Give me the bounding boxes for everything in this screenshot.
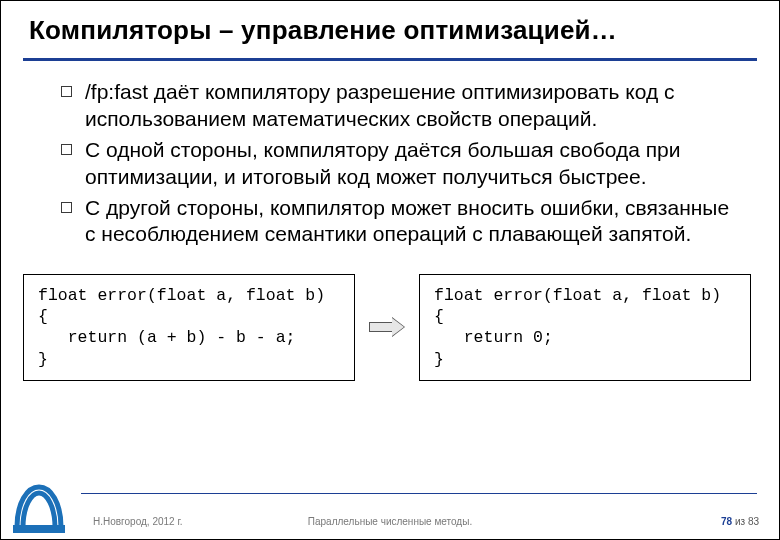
- footer-center: Параллельные численные методы.: [1, 516, 779, 527]
- bullet-list: /fp:fast даёт компилятору разрешение опт…: [61, 79, 739, 248]
- arrow-wrap: [365, 318, 409, 336]
- list-item: /fp:fast даёт компилятору разрешение опт…: [61, 79, 739, 133]
- list-item: С другой стороны, компилятор может вноси…: [61, 195, 739, 249]
- bullet-icon: [61, 144, 72, 155]
- bullet-icon: [61, 86, 72, 97]
- page-sep: из: [732, 516, 748, 527]
- page-total: 83: [748, 516, 759, 527]
- body: /fp:fast даёт компилятору разрешение опт…: [1, 61, 779, 248]
- footer: Н.Новгород, 2012 г. Параллельные численн…: [1, 493, 779, 539]
- code-row: float error(float a, float b) { return (…: [23, 274, 757, 380]
- arrow-right-icon: [369, 318, 405, 336]
- bullet-text: С одной стороны, компилятору даётся боль…: [85, 138, 680, 188]
- footer-rule: [81, 493, 757, 494]
- bullet-text: С другой стороны, компилятор может вноси…: [85, 196, 729, 246]
- list-item: С одной стороны, компилятору даётся боль…: [61, 137, 739, 191]
- slide-title: Компиляторы – управление оптимизацией…: [29, 15, 751, 46]
- slide: Компиляторы – управление оптимизацией… /…: [0, 0, 780, 540]
- page-current: 78: [721, 516, 732, 527]
- title-wrap: Компиляторы – управление оптимизацией…: [1, 1, 779, 52]
- bullet-text: /fp:fast даёт компилятору разрешение опт…: [85, 80, 675, 130]
- code-after: float error(float a, float b) { return 0…: [419, 274, 751, 380]
- footer-page: 78 из 83: [721, 516, 759, 527]
- code-before: float error(float a, float b) { return (…: [23, 274, 355, 380]
- bullet-icon: [61, 202, 72, 213]
